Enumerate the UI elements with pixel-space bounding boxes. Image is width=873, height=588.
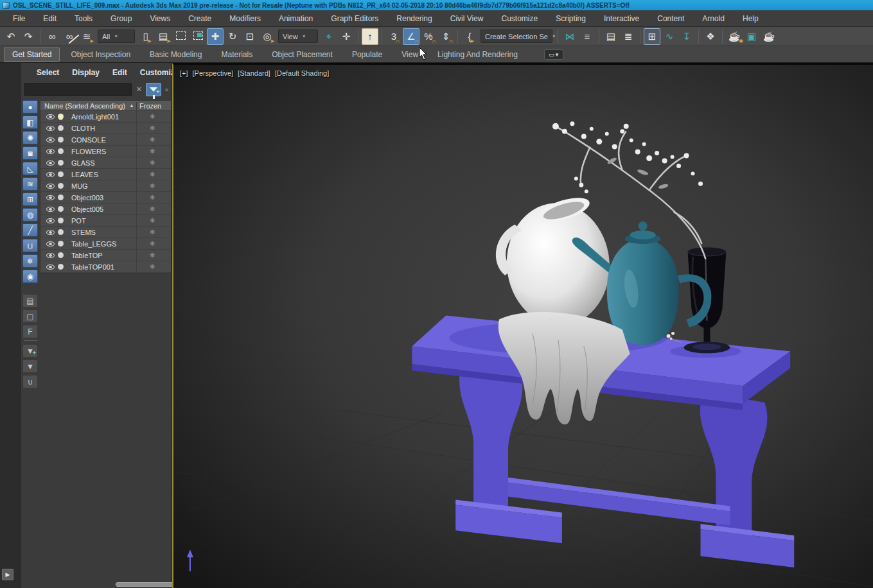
- display-bones-toggle[interactable]: ╱: [22, 223, 38, 237]
- scene-object-row-tabletop001[interactable]: TableTOP001❄: [40, 261, 171, 273]
- object-name[interactable]: GLASS: [69, 159, 136, 167]
- toggle-scene-explorer-button[interactable]: ▤: [603, 28, 619, 45]
- scene-object-row-leaves[interactable]: LEAVES❄: [40, 169, 171, 180]
- select-and-scale-button[interactable]: ⊡: [242, 28, 258, 45]
- object-name[interactable]: CONSOLE: [69, 136, 136, 144]
- object-name[interactable]: CLOTH: [69, 125, 136, 132]
- ribbon-tab-lighting-and-rendering[interactable]: Lighting And Rendering: [429, 48, 526, 62]
- select-and-manipulate-button[interactable]: ✛: [338, 28, 355, 45]
- frozen-cell[interactable]: ❄: [136, 192, 171, 203]
- display-containers-toggle[interactable]: ⊔: [22, 239, 38, 252]
- menu-views[interactable]: Views: [141, 12, 179, 26]
- display-geometry-toggle[interactable]: ●: [22, 100, 38, 114]
- filter-tool[interactable]: ▼: [22, 359, 38, 373]
- scene-object-row-glass[interactable]: GLASS❄: [40, 157, 171, 169]
- select-and-place-button[interactable]: ◎➤: [259, 28, 276, 45]
- menu-group[interactable]: Group: [101, 12, 141, 26]
- visibility-eye-icon[interactable]: [46, 207, 55, 212]
- curve-editor-button[interactable]: ∿: [661, 28, 678, 45]
- menu-scripting[interactable]: Scripting: [547, 12, 595, 26]
- snaps-toggle-3d-button[interactable]: 3∩: [385, 28, 402, 45]
- scene-object-row-table-leggs[interactable]: Table_LEGGS❄: [40, 238, 171, 250]
- frozen-cell[interactable]: ❄: [136, 146, 171, 157]
- display-groups-toggle[interactable]: ⊞: [22, 193, 38, 206]
- visibility-eye-icon[interactable]: [46, 184, 55, 189]
- object-name[interactable]: TableTOP001: [69, 263, 136, 271]
- ribbon-tab-materials[interactable]: Materials: [213, 48, 261, 62]
- select-by-name-button[interactable]: ▤➤: [155, 28, 172, 45]
- reference-coordinate-system-dropdown[interactable]: View▼: [278, 30, 318, 43]
- scene-object-row-tabletop[interactable]: TableTOP❄: [40, 250, 171, 261]
- menu-help[interactable]: Help: [734, 12, 768, 26]
- spinner-snap-toggle-button[interactable]: ⇕∩: [437, 28, 454, 45]
- toggle-ribbon-button[interactable]: ⊞: [644, 28, 660, 45]
- blank-doc-tool[interactable]: ▢: [22, 309, 38, 323]
- display-lights-toggle[interactable]: ✺: [22, 131, 38, 144]
- expand-panel-button[interactable]: ▶: [2, 569, 13, 580]
- frozen-cell[interactable]: ❄: [136, 123, 171, 134]
- viewport-menu-renderer[interactable]: [Standard]: [238, 69, 270, 77]
- display-helpers-toggle[interactable]: ◺: [22, 162, 38, 175]
- menu-rendering[interactable]: Rendering: [387, 12, 441, 26]
- display-frozen-objects-toggle[interactable]: ❄: [22, 254, 38, 268]
- visibility-eye-icon[interactable]: [46, 241, 55, 246]
- display-xrefs-toggle[interactable]: ◍: [22, 208, 38, 221]
- list-doc-tool[interactable]: ▤: [22, 294, 38, 307]
- visibility-eye-icon[interactable]: [46, 114, 55, 119]
- viewport-menu-general[interactable]: [+]: [180, 69, 188, 77]
- scene-object-row-cloth[interactable]: CLOTH❄: [40, 123, 171, 134]
- menu-civil-view[interactable]: Civil View: [441, 12, 493, 26]
- unlink-selection-button[interactable]: ∞: [61, 28, 78, 45]
- menu-customize[interactable]: Customize: [493, 12, 547, 26]
- object-name[interactable]: STEMS: [69, 229, 136, 236]
- scene-object-row-object003[interactable]: Object003❄: [40, 192, 171, 203]
- object-name[interactable]: MUG: [69, 182, 136, 190]
- scene-object-row-arnoldlight001[interactable]: ArnoldLight001❄: [40, 111, 171, 123]
- frozen-cell[interactable]: ❄: [136, 250, 171, 261]
- visibility-eye-icon[interactable]: [46, 126, 55, 131]
- schematic-view-button[interactable]: ↧: [678, 28, 695, 45]
- frozen-cell[interactable]: ❄: [136, 180, 171, 191]
- object-name[interactable]: POT: [69, 217, 136, 225]
- frozen-cell[interactable]: ❄: [136, 111, 171, 122]
- pick-container-tool[interactable]: ∪: [22, 375, 38, 388]
- percent-snap-toggle-button[interactable]: %∩: [420, 28, 437, 45]
- clear-search-icon[interactable]: ✕: [134, 85, 143, 94]
- rendered-frame-window-button[interactable]: ▣: [743, 28, 760, 45]
- select-object-button[interactable]: ▯➤: [137, 28, 154, 45]
- visibility-eye-icon[interactable]: [46, 253, 55, 258]
- ribbon-tab-object-inspection[interactable]: Object Inspection: [62, 48, 139, 62]
- explorer-menu-select[interactable]: Select: [31, 66, 65, 79]
- render-setup-button[interactable]: ☕✱: [726, 28, 743, 45]
- redo-button[interactable]: ↷: [20, 28, 37, 45]
- visibility-eye-icon[interactable]: [46, 137, 55, 143]
- named-selection-sets-dropdown[interactable]: Create Selection Se▼: [481, 30, 552, 43]
- select-and-link-button[interactable]: ∞: [44, 28, 60, 45]
- menu-content[interactable]: Content: [648, 12, 693, 26]
- perspective-viewport[interactable]: [+] [Perspective] [Standard] [Default Sh…: [172, 63, 873, 588]
- scene-object-row-stems[interactable]: STEMS❄: [40, 227, 171, 238]
- material-editor-button[interactable]: ❖: [702, 28, 719, 45]
- viewport-canvas[interactable]: [173, 65, 873, 588]
- toggle-layer-explorer-button[interactable]: ≣: [620, 28, 637, 45]
- configure-advanced-filter-tool[interactable]: ▼+: [22, 344, 38, 358]
- edit-named-selection-sets-button[interactable]: {➤: [461, 28, 478, 45]
- object-name[interactable]: TableTOP: [69, 252, 136, 259]
- list-header[interactable]: Name (Sorted Ascending) ▲ Frozen: [40, 100, 172, 111]
- frozen-column-header[interactable]: Frozen: [136, 102, 171, 110]
- scene-object-row-flowers[interactable]: FLOWERS❄: [40, 146, 171, 157]
- menu-file[interactable]: File: [4, 12, 34, 26]
- filter-button[interactable]: +: [146, 83, 161, 96]
- use-pivot-point-center-button[interactable]: ⌖: [321, 28, 337, 45]
- keyboard-shortcut-override-toggle[interactable]: ↑: [362, 28, 378, 45]
- menu-modifiers[interactable]: Modifiers: [220, 12, 270, 26]
- object-name[interactable]: LEAVES: [69, 171, 136, 178]
- ribbon-tab-object-placement[interactable]: Object Placement: [263, 48, 341, 62]
- toolbar-overflow-icon[interactable]: »: [164, 86, 169, 93]
- viewport-menu-pov[interactable]: [Perspective]: [193, 69, 234, 77]
- menu-tools[interactable]: Tools: [66, 12, 101, 26]
- visibility-eye-icon[interactable]: [46, 218, 55, 223]
- frozen-cell[interactable]: ❄: [136, 157, 171, 168]
- scene-object-row-mug[interactable]: MUG❄: [40, 180, 171, 192]
- ribbon-tab-basic-modeling[interactable]: Basic Modeling: [141, 48, 210, 62]
